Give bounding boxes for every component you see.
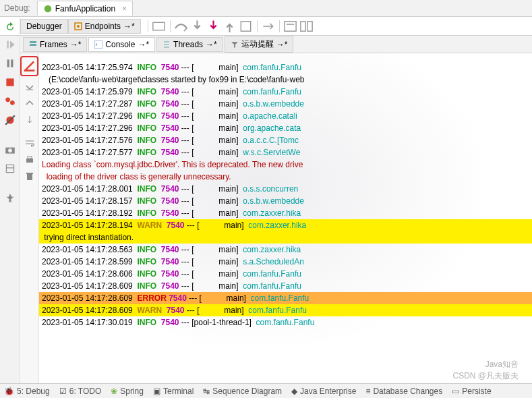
console-output[interactable]: 2023-01-05 14:17:25.974 INFO 7540 --- [ … [39, 53, 532, 383]
bottom-toolbar: 🐞5: Debug ☑6: TODO ❀Spring ▣Terminal ↹Se… [0, 383, 532, 398]
svg-point-0 [44, 5, 51, 12]
console-line: 2023-01-05 14:17:27.577 INFO 7540 --- [ … [39, 146, 532, 159]
svg-rect-8 [307, 21, 312, 30]
endpoints-tab[interactable]: Endpoints →* [68, 19, 141, 34]
console-line: 2023-01-05 14:17:28.599 INFO 7540 --- [ … [39, 256, 532, 268]
resume-icon[interactable] [4, 38, 16, 51]
svg-rect-32 [28, 157, 32, 159]
bottom-spring[interactable]: ❀Spring [111, 387, 144, 396]
scroll-down-icon[interactable] [24, 82, 35, 92]
console-line: 2023-01-05 14:17:28.157 INFO 7540 --- [ … [39, 195, 532, 207]
debug-label: Debug: [4, 3, 30, 13]
console-line: 2023-01-05 14:17:28.609 INFO 7540 --- [ … [39, 280, 532, 292]
run-to-cursor-icon[interactable] [260, 18, 276, 34]
print-icon[interactable] [24, 154, 35, 165]
clear-all-icon[interactable] [22, 67, 36, 76]
threads-tab[interactable]: Threads→* [156, 37, 223, 52]
console-icon [94, 40, 102, 49]
console-line: 2023-01-05 14:17:28.563 INFO 7540 --- [ … [39, 244, 532, 256]
stop-icon[interactable] [4, 76, 16, 88]
svg-rect-21 [30, 41, 36, 43]
pin-icon[interactable] [4, 192, 16, 204]
bottom-java[interactable]: ◆Java Enterprise [291, 387, 356, 396]
console-line: 2023-01-05 14:17:28.609 WARN 7540 --- [ … [39, 304, 532, 316]
pin-indicator: →* [123, 22, 135, 31]
svg-point-13 [5, 97, 10, 102]
check-icon: ☑ [59, 387, 67, 396]
svg-rect-3 [153, 22, 165, 30]
delete-icon[interactable] [24, 171, 35, 181]
persist-icon: ▭ [452, 387, 459, 396]
terminal-icon: ▣ [153, 387, 160, 396]
console-line: loading of the driver class is generally… [39, 171, 532, 183]
bottom-debug[interactable]: 🐞5: Debug [4, 387, 50, 396]
close-icon[interactable]: × [122, 4, 127, 13]
bottom-db[interactable]: ≡Database Changes [365, 387, 442, 396]
settings-icon[interactable] [4, 163, 16, 175]
svg-rect-10 [7, 59, 9, 67]
console-line: 2023-01-05 14:17:27.576 INFO 7540 --- [ … [39, 134, 532, 146]
threads-icon [162, 40, 171, 49]
run-config-label: FanfuApplication [55, 4, 115, 13]
console-line: trying direct instantiation. [39, 231, 532, 244]
debug-inner-tabs: Frames→* Console→* Threads→* 运动提醒→* [20, 36, 532, 53]
java-icon: ◆ [291, 387, 297, 396]
view-breakpoints-icon[interactable] [4, 95, 16, 107]
step-toolbar [141, 18, 315, 34]
console-line: 2023-01-05 14:17:28.606 INFO 7540 --- [ … [39, 268, 532, 280]
bug-icon: 🐞 [4, 387, 14, 396]
camera-icon[interactable] [4, 144, 16, 156]
svg-rect-27 [24, 69, 35, 72]
console-line: 2023-01-05 14:17:25.974 INFO 7540 --- [ … [39, 61, 532, 74]
svg-rect-22 [30, 44, 36, 46]
trace-icon[interactable] [299, 18, 315, 34]
leaf-icon: ❀ [111, 387, 117, 396]
scroll-up-icon[interactable] [24, 98, 35, 109]
evaluate-icon[interactable] [283, 18, 299, 34]
step-into-icon[interactable] [189, 18, 206, 34]
force-step-into-icon[interactable] [206, 18, 222, 34]
svg-point-18 [8, 148, 12, 152]
svg-rect-34 [26, 173, 33, 174]
motion-tab[interactable]: 运动提醒→* [225, 36, 294, 53]
bottom-terminal[interactable]: ▣Terminal [153, 387, 194, 396]
rerun-icon[interactable] [5, 22, 16, 32]
svg-rect-33 [27, 174, 32, 180]
console-line: 2023-01-05 14:17:28.609 ERROR 7540 --- [… [39, 292, 532, 304]
console-line: 2023-01-05 14:17:28.001 INFO 7540 --- [ … [39, 183, 532, 195]
svg-point-14 [10, 101, 15, 105]
pause-icon[interactable] [4, 57, 16, 69]
down-icon[interactable] [24, 114, 35, 125]
console-line: 2023-01-05 14:17:25.979 INFO 7540 --- [ … [39, 86, 532, 98]
mute-breakpoints-icon[interactable] [4, 114, 16, 126]
bottom-seq[interactable]: ↹Sequence Diagram [203, 387, 282, 396]
step-out-icon[interactable] [222, 18, 238, 34]
clear-all-highlight [20, 56, 38, 76]
svg-rect-9 [7, 40, 8, 48]
debugger-tab[interactable]: Debugger [20, 19, 68, 34]
console-line: 2023-01-05 14:17:28.192 INFO 7540 --- [ … [39, 207, 532, 219]
run-config-tab[interactable]: FanfuApplication × [37, 1, 133, 16]
soft-wrap-icon[interactable] [24, 138, 35, 149]
bottom-todo[interactable]: ☑6: TODO [59, 387, 102, 396]
console-line: 2023-01-05 14:17:27.296 INFO 7540 --- [ … [39, 122, 532, 134]
svg-rect-7 [301, 21, 305, 30]
debug-side-toolbar [0, 36, 20, 383]
console-line: 2023-01-05 14:17:28.194 WARN 7540 --- [ … [39, 219, 532, 231]
console-tab[interactable]: Console→* [88, 37, 155, 52]
frames-tab[interactable]: Frames→* [23, 37, 87, 52]
drop-frame-icon[interactable] [238, 18, 254, 34]
db-icon: ≡ [365, 387, 370, 396]
svg-rect-4 [241, 21, 250, 30]
show-exec-icon[interactable] [151, 18, 167, 34]
endpoints-icon [74, 22, 82, 30]
filter-icon [231, 40, 239, 49]
console-line: (E:\code\fanfu-web\target\classes starte… [39, 74, 532, 86]
debugger-toolbar: Debugger Endpoints →* [0, 17, 532, 36]
console-line: 2023-01-05 14:17:30.019 INFO 7540 --- [p… [39, 316, 532, 329]
spring-icon [43, 4, 53, 13]
svg-rect-11 [11, 59, 13, 67]
svg-rect-19 [6, 165, 13, 172]
step-over-icon[interactable] [173, 18, 189, 34]
bottom-persist[interactable]: ▭Persiste [452, 387, 491, 396]
